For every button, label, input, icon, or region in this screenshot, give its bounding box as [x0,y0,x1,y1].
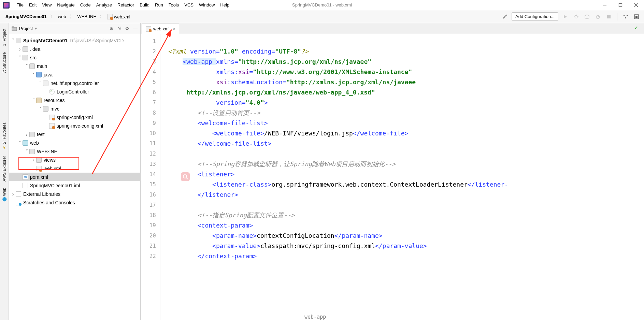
git-branch-icon[interactable] [621,13,630,21]
minimize-icon[interactable] [597,0,613,10]
line-number: 19 [141,220,160,231]
svg-line-19 [186,178,188,179]
node-label: spring-mvc-config.xml [57,123,103,129]
tree-spring-mvc-config[interactable]: spring-mvc-config.xml [9,121,140,130]
code-token: xsi [216,78,227,86]
profiler-icon[interactable] [594,13,602,21]
editor-tab-webxml[interactable]: web.xml × [142,24,179,34]
tool-tab-structure[interactable]: 7: Structure [1,50,8,75]
menu-refactor[interactable]: Refactor [115,1,137,9]
code-area[interactable]: <?xml version="1.0" encoding="UTF-8"?> <… [165,34,644,320]
run-icon[interactable] [561,13,569,21]
line-number: 13 [141,159,160,169]
folder-icon [29,63,35,69]
chevron-down-icon[interactable]: ▾ [35,26,37,31]
menu-vcs[interactable]: VCS [182,1,196,9]
stop-icon[interactable] [605,13,613,21]
crumb-webinf[interactable]: WEB-INF [75,13,98,20]
code-token: version [190,48,216,55]
tree-web[interactable]: ˅web [9,139,140,147]
folder-icon [29,149,35,154]
gear-icon[interactable]: ✿ [125,26,129,31]
line-number: 21 [141,241,160,251]
tool-tab-aws[interactable]: AWS Explorer [1,154,8,184]
tree-resources[interactable]: ˅resources [9,96,140,104]
menu-analyze[interactable]: Analyze [94,1,115,9]
code-token: > [268,140,272,147]
line-number: 17 [141,200,160,210]
coverage-icon[interactable] [583,13,591,21]
search-everywhere-icon[interactable] [632,13,641,21]
svg-rect-13 [625,17,626,18]
tree-scratches[interactable]: Scratches and Consoles [9,198,140,207]
resources-folder-icon [36,98,42,103]
tree-src[interactable]: ˅src [9,53,140,62]
tree-main[interactable]: ˅main [9,62,140,70]
tree-views[interactable]: ›views [9,156,140,164]
code-token: listener- [475,181,509,188]
tree-idea[interactable]: ›.idea [9,45,140,53]
expand-all-icon[interactable]: ⇲ [117,26,121,31]
code-token: xmlns [216,58,234,65]
xml-file-icon [146,26,151,32]
menu-help[interactable]: Help [217,1,232,9]
menu-view[interactable]: View [39,1,54,9]
node-label: spring-config.xml [57,115,93,120]
close-icon[interactable] [628,0,644,10]
tree-class[interactable]: LoginController [9,87,140,96]
fold-gutter[interactable] [160,34,165,320]
menu-edit[interactable]: Edit [26,1,39,9]
node-label: web [30,140,39,146]
menu-window[interactable]: Window [196,1,217,9]
breadcrumb: SpringMVCDemo01 〉 web 〉 WEB-INF 〉 web.xm… [3,13,132,20]
editor-body: 1 2 3 4 5 6 7 8 9 10 11 12 13 14 15 16 1 [141,34,644,320]
locate-icon[interactable]: ⊕ [110,26,113,31]
project-tree[interactable]: ˅SpringMVCDemo01D:\java\JSP\SpringMVCD ›… [9,34,140,320]
tree-root[interactable]: ˅SpringMVCDemo01D:\java\JSP\SpringMVCD [9,36,140,45]
code-token: > [249,222,253,229]
tool-tab-web[interactable]: ⬤Web [1,186,8,204]
folder-icon [23,55,28,60]
editor-bottom-breadcrumb[interactable]: web-app [304,314,326,320]
node-label: src [30,55,37,60]
menu-run[interactable]: Run [152,1,166,9]
menu-code[interactable]: Code [77,1,94,9]
tree-java[interactable]: ˅java [9,70,140,79]
crumb-web[interactable]: web [56,13,68,20]
tool-tab-favorites[interactable]: ★2: Favorites [1,120,8,152]
tab-close-icon[interactable]: × [173,27,175,31]
code-token: welcome-file-list [201,119,264,127]
crumb-project[interactable]: SpringMVCDemo01 [3,13,49,20]
collapse-icon[interactable]: — [133,26,138,31]
tree-webxml[interactable]: web.xml [9,164,140,173]
tree-test[interactable]: ›test [9,130,140,139]
tab-label: 7: Structure [2,52,7,73]
tree-spring-config[interactable]: spring-config.xml [9,113,140,121]
menu-build[interactable]: Build [137,1,152,9]
debug-icon[interactable] [572,13,580,21]
project-view-icon [12,26,17,31]
tree-mvc[interactable]: ˅mvc [9,104,140,113]
tool-tab-project[interactable]: 1: Project [1,27,8,48]
crumb-file[interactable]: web.xml [105,13,132,20]
line-number: 3 [141,57,160,67]
analysis-ok-icon[interactable]: ✔ [634,25,638,30]
maximize-icon[interactable] [613,0,628,10]
navbar: SpringMVCDemo01 〉 web 〉 WEB-INF 〉 web.xm… [0,10,644,23]
build-hammer-icon[interactable] [501,13,509,21]
tree-iml[interactable]: SpringMVCDemo01.iml [9,181,140,190]
tree-package[interactable]: ˅net.lhf.spring.controller [9,79,140,87]
code-token: > [405,130,409,137]
chevron-right-icon: 〉 [70,14,74,20]
menu-file[interactable]: File [14,1,26,9]
menu-navigate[interactable]: Navigate [54,1,77,9]
tree-webinf[interactable]: ˅WEB-INF [9,147,140,156]
line-number: 16 [141,190,160,200]
line-number: 6 [141,87,160,98]
menu-tools[interactable]: Tools [166,1,182,9]
tree-ext-libs[interactable]: ›External Libraries [9,190,140,198]
node-label: views [44,157,56,163]
add-configuration-button[interactable]: Add Configuration... [512,12,558,21]
watermark-icon [181,172,190,181]
tree-pom[interactable]: mpom.xml [9,173,140,181]
